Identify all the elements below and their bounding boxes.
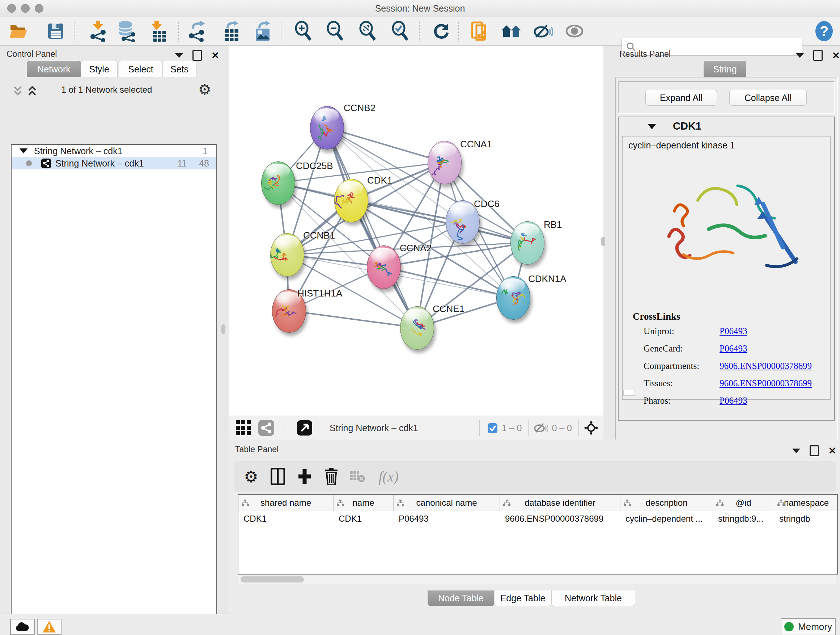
right-splitter-handle[interactable] <box>601 237 605 246</box>
network-collection-row[interactable]: String Network – cdk1 1 <box>11 145 216 157</box>
results-panel-menu-button[interactable] <box>796 53 804 58</box>
column-header-label: description <box>645 498 687 508</box>
protein-node-cdc25b[interactable] <box>261 162 295 205</box>
export-image-button[interactable] <box>251 20 275 42</box>
hidden-eye-icon[interactable] <box>534 422 548 434</box>
tab-string-results[interactable]: String <box>704 61 746 77</box>
delete-column-button[interactable] <box>321 467 341 486</box>
cloud-status-button[interactable] <box>10 619 35 635</box>
protein-node-cdk1[interactable] <box>334 179 368 222</box>
import-table-button[interactable] <box>147 20 170 42</box>
protein-node-rb1[interactable] <box>510 221 545 264</box>
table-gear-icon[interactable]: ⚙ <box>241 467 261 486</box>
zoom-fit-button[interactable] <box>356 20 379 42</box>
export-network-button[interactable] <box>185 20 208 42</box>
protein-node-ccne1[interactable] <box>400 306 434 350</box>
tab-select[interactable]: Select <box>118 61 163 77</box>
collapse-all-networks-button[interactable] <box>12 86 23 97</box>
import-network-database-button[interactable] <box>115 20 138 42</box>
table-panel-close-button[interactable]: ✕ <box>829 447 836 454</box>
refresh-button[interactable] <box>430 20 453 42</box>
memory-button[interactable]: Memory <box>781 618 836 635</box>
crosslink-link[interactable]: P06493 <box>720 326 747 336</box>
show-columns-button[interactable] <box>268 467 288 486</box>
table-cell[interactable]: 9606.ENSP00000378699 <box>500 511 620 526</box>
table-cell[interactable]: stringdb <box>774 511 838 526</box>
home-layout-button[interactable] <box>500 20 523 42</box>
table-cell[interactable]: CDK1 <box>238 511 333 526</box>
column-header-canonicalname[interactable]: canonical name <box>393 495 500 511</box>
protein-node-ccna2[interactable] <box>367 245 401 289</box>
open-session-button[interactable] <box>7 20 30 42</box>
zoom-in-button[interactable] <box>292 20 315 42</box>
results-button-bar: Expand All Collapse All <box>618 81 835 114</box>
protein-node-ccnb2[interactable] <box>310 106 344 149</box>
zoom-selected-button[interactable] <box>388 20 412 42</box>
selected-count: 1 – 0 <box>502 423 522 433</box>
create-column-button[interactable] <box>294 467 315 486</box>
network-options-gear-icon[interactable]: ⚙ <box>198 81 211 98</box>
network-birdseye-icon[interactable] <box>258 420 274 436</box>
zoom-out-button[interactable] <box>324 20 347 42</box>
import-network-file-button[interactable] <box>87 20 110 42</box>
control-panel-close-button[interactable]: ✕ <box>211 52 219 59</box>
show-panel-button[interactable] <box>563 20 586 42</box>
table-hscrollbar[interactable] <box>238 575 836 584</box>
column-header-databaseidentifier[interactable]: database identifier <box>500 495 621 511</box>
save-session-button[interactable] <box>44 20 67 42</box>
tab-sets[interactable]: Sets <box>163 61 196 77</box>
protein-collapse-arrow-icon[interactable] <box>647 124 656 131</box>
table-cell[interactable]: stringdb:9... <box>713 511 774 526</box>
expand-all-button[interactable]: Expand All <box>645 90 717 106</box>
crosslink-link[interactable]: P06493 <box>720 396 747 406</box>
warning-status-button[interactable] <box>37 619 62 635</box>
column-header-description[interactable]: description <box>621 495 713 511</box>
tab-network[interactable]: Network <box>27 61 81 77</box>
tab-style[interactable]: Style <box>81 61 118 77</box>
grid-view-icon[interactable] <box>235 420 252 436</box>
left-splitter-handle[interactable] <box>221 325 225 334</box>
tab-edge-table[interactable]: Edge Table <box>494 591 551 606</box>
protein-result-card: CDK1 cyclin–dependent kinase 1 Cro <box>618 117 835 421</box>
collapse-all-button[interactable]: Collapse All <box>729 90 807 106</box>
delete-table-button[interactable] <box>347 467 368 486</box>
protein-node-ccnb1[interactable] <box>270 233 304 277</box>
edge-count: 48 <box>199 158 209 169</box>
table-panel-menu-button[interactable] <box>792 448 800 453</box>
column-header-namespace[interactable]: namespace <box>774 495 838 511</box>
control-panel-menu-button[interactable] <box>175 53 183 58</box>
column-header-name[interactable]: name <box>333 495 393 511</box>
export-table-button[interactable] <box>220 20 243 42</box>
tab-node-table[interactable]: Node Table <box>428 591 494 606</box>
crosslink-link[interactable]: P06493 <box>720 344 747 354</box>
protein-node-cdkn1a[interactable] <box>496 276 531 320</box>
clone-network-button[interactable] <box>469 20 492 42</box>
fit-content-crosshair-icon[interactable] <box>584 421 598 435</box>
results-hscrollbar-thumb[interactable] <box>623 390 635 396</box>
crosslink-link[interactable]: 9606.ENSP00000378699 <box>720 361 812 371</box>
help-button[interactable]: ? <box>813 20 836 42</box>
protein-node-ccna1[interactable] <box>428 141 462 184</box>
hide-panel-button[interactable] <box>531 20 554 42</box>
column-header-label: shared name <box>261 498 311 508</box>
open-in-new-window-icon[interactable] <box>297 420 312 435</box>
control-panel-float-button[interactable] <box>193 50 202 61</box>
table-cell[interactable]: P06493 <box>393 511 500 526</box>
table-cell[interactable]: CDK1 <box>333 511 393 526</box>
function-builder-button[interactable]: f(x) <box>374 467 403 486</box>
results-panel-float-button[interactable] <box>813 50 823 61</box>
table-panel-float-button[interactable] <box>810 445 819 456</box>
tab-network-table[interactable]: Network Table <box>551 591 635 606</box>
export-table-icon <box>223 21 240 42</box>
table-cell[interactable]: cyclin–dependent ... <box>621 511 713 526</box>
column-header-id[interactable]: @id <box>713 495 774 511</box>
crosslink-link[interactable]: 9606.ENSP00000378699 <box>720 378 812 388</box>
expand-all-networks-button[interactable] <box>27 86 38 97</box>
results-panel-close-button[interactable]: ✕ <box>832 52 840 59</box>
network-row[interactable]: String Network – cdk1 11 48 <box>11 157 216 169</box>
selected-checkbox-icon[interactable] <box>488 423 497 433</box>
crosslink-label: Compartments: <box>644 361 720 371</box>
table-hscrollbar-thumb[interactable] <box>240 576 304 583</box>
column-header-sharedname[interactable]: shared name <box>238 495 333 511</box>
collection-expand-arrow-icon[interactable] <box>19 149 27 154</box>
